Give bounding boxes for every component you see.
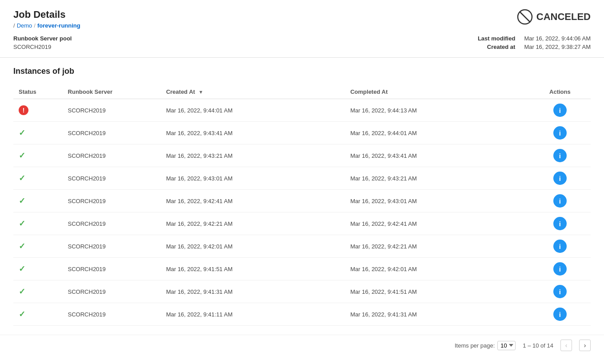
status-badge: CANCELED <box>517 9 591 25</box>
col-header-created[interactable]: Created At ▼ <box>161 85 345 99</box>
runbook-cell: SCORCH2019 <box>63 99 161 122</box>
actions-cell: i <box>529 235 591 258</box>
runbook-cell: SCORCH2019 <box>63 190 161 212</box>
success-icon: ✓ <box>19 242 25 251</box>
info-button[interactable]: i <box>553 149 567 162</box>
col-header-status: Status <box>13 85 63 99</box>
table-row: ✓SCORCH2019Mar 16, 2022, 9:42:41 AMMar 1… <box>13 190 591 212</box>
breadcrumb-sep: / <box>13 22 15 29</box>
instances-section: Instances of job Status Runbook Server C… <box>0 58 604 335</box>
col-header-completed: Completed At <box>345 85 529 99</box>
success-icon: ✓ <box>19 151 25 160</box>
completed-at-cell: Mar 16, 2022, 9:43:41 AM <box>345 144 529 167</box>
cancel-icon <box>517 9 533 25</box>
completed-at-cell: Mar 16, 2022, 9:42:01 AM <box>345 258 529 280</box>
created-at-cell: Mar 16, 2022, 9:42:21 AM <box>161 212 345 235</box>
breadcrumb: / Demo / forever-running <box>13 22 80 29</box>
info-button[interactable]: i <box>553 285 567 298</box>
runbook-cell: SCORCH2019 <box>63 144 161 167</box>
created-at-cell: Mar 16, 2022, 9:44:01 AM <box>161 99 345 122</box>
success-icon: ✓ <box>19 264 25 273</box>
info-button[interactable]: i <box>553 172 567 185</box>
table-row: !SCORCH2019Mar 16, 2022, 9:44:01 AMMar 1… <box>13 99 591 122</box>
table-row: ✓SCORCH2019Mar 16, 2022, 9:41:11 AMMar 1… <box>13 303 591 326</box>
runbook-cell: SCORCH2019 <box>63 235 161 258</box>
info-button[interactable]: i <box>553 126 567 140</box>
runbook-cell: SCORCH2019 <box>63 122 161 144</box>
header-section: Job Details / Demo / forever-running CAN… <box>0 0 604 58</box>
breadcrumb-job[interactable]: forever-running <box>37 22 80 29</box>
page-title: Job Details <box>13 9 80 20</box>
instances-title: Instances of job <box>13 67 591 76</box>
runbook-pool-label: Runbook Server pool <box>13 35 72 42</box>
created-at-cell: Mar 16, 2022, 9:42:41 AM <box>161 190 345 212</box>
actions-cell: i <box>529 280 591 303</box>
created-at-cell: Mar 16, 2022, 9:41:51 AM <box>161 258 345 280</box>
created-at-cell: Mar 16, 2022, 9:41:11 AM <box>161 303 345 326</box>
runbook-cell: SCORCH2019 <box>63 167 161 190</box>
info-button[interactable]: i <box>553 262 567 276</box>
completed-at-cell: Mar 16, 2022, 9:43:01 AM <box>345 190 529 212</box>
success-icon: ✓ <box>19 128 25 137</box>
status-cell: ! <box>13 99 63 122</box>
sort-icon: ▼ <box>199 89 204 95</box>
completed-at-cell: Mar 16, 2022, 9:44:01 AM <box>345 122 529 144</box>
instances-table: Status Runbook Server Created At ▼ Compl… <box>13 85 591 326</box>
table-row: ✓SCORCH2019Mar 16, 2022, 9:43:21 AMMar 1… <box>13 144 591 167</box>
completed-at-cell: Mar 16, 2022, 9:44:13 AM <box>345 99 529 122</box>
items-per-page: Items per page: 10 5 25 50 <box>455 341 516 350</box>
runbook-pool-value: SCORCH2019 <box>13 44 72 50</box>
status-cell: ✓ <box>13 212 63 235</box>
success-icon: ✓ <box>19 287 25 296</box>
created-at-cell: Mar 16, 2022, 9:43:21 AM <box>161 144 345 167</box>
created-at-cell: Mar 16, 2022, 9:43:41 AM <box>161 122 345 144</box>
last-modified-value: Mar 16, 2022, 9:44:06 AM <box>524 35 591 42</box>
completed-at-cell: Mar 16, 2022, 9:42:21 AM <box>345 235 529 258</box>
actions-cell: i <box>529 144 591 167</box>
table-row: ✓SCORCH2019Mar 16, 2022, 9:41:51 AMMar 1… <box>13 258 591 280</box>
breadcrumb-sep2: / <box>34 22 36 29</box>
dates-grid: Last modified Mar 16, 2022, 9:44:06 AM C… <box>478 35 591 50</box>
actions-cell: i <box>529 258 591 280</box>
created-at-value: Mar 16, 2022, 9:38:27 AM <box>524 44 591 50</box>
info-button[interactable]: i <box>553 104 567 117</box>
status-cell: ✓ <box>13 144 63 167</box>
info-button[interactable]: i <box>553 240 567 253</box>
actions-cell: i <box>529 122 591 144</box>
status-label: CANCELED <box>536 11 591 23</box>
actions-cell: i <box>529 212 591 235</box>
col-header-actions: Actions <box>529 85 591 99</box>
status-cell: ✓ <box>13 303 63 326</box>
actions-cell: i <box>529 167 591 190</box>
info-button[interactable]: i <box>553 308 567 321</box>
created-at-cell: Mar 16, 2022, 9:42:01 AM <box>161 235 345 258</box>
breadcrumb-demo[interactable]: Demo <box>17 22 32 29</box>
status-cell: ✓ <box>13 280 63 303</box>
next-page-button[interactable]: › <box>579 340 591 351</box>
actions-cell: i <box>529 190 591 212</box>
table-row: ✓SCORCH2019Mar 16, 2022, 9:41:31 AMMar 1… <box>13 280 591 303</box>
success-icon: ✓ <box>19 310 25 319</box>
actions-cell: i <box>529 99 591 122</box>
col-header-runbook: Runbook Server <box>63 85 161 99</box>
runbook-cell: SCORCH2019 <box>63 303 161 326</box>
last-modified-label: Last modified <box>478 35 516 42</box>
status-cell: ✓ <box>13 122 63 144</box>
created-at-label: Created at <box>478 44 516 50</box>
items-per-page-label: Items per page: <box>455 342 495 349</box>
pagination-bar: Items per page: 10 5 25 50 1 – 10 of 14 … <box>0 335 604 356</box>
completed-at-cell: Mar 16, 2022, 9:41:31 AM <box>345 303 529 326</box>
per-page-select[interactable]: 10 5 25 50 <box>497 341 516 350</box>
error-icon: ! <box>19 105 28 115</box>
page-range: 1 – 10 of 14 <box>523 342 553 349</box>
info-button[interactable]: i <box>553 217 567 230</box>
status-cell: ✓ <box>13 190 63 212</box>
table-row: ✓SCORCH2019Mar 16, 2022, 9:42:21 AMMar 1… <box>13 212 591 235</box>
completed-at-cell: Mar 16, 2022, 9:41:51 AM <box>345 280 529 303</box>
info-button[interactable]: i <box>553 194 567 208</box>
meta-section: Runbook Server pool SCORCH2019 Last modi… <box>13 35 591 50</box>
runbook-cell: SCORCH2019 <box>63 212 161 235</box>
success-icon: ✓ <box>19 219 25 228</box>
prev-page-button[interactable]: ‹ <box>560 340 572 351</box>
runbook-cell: SCORCH2019 <box>63 280 161 303</box>
